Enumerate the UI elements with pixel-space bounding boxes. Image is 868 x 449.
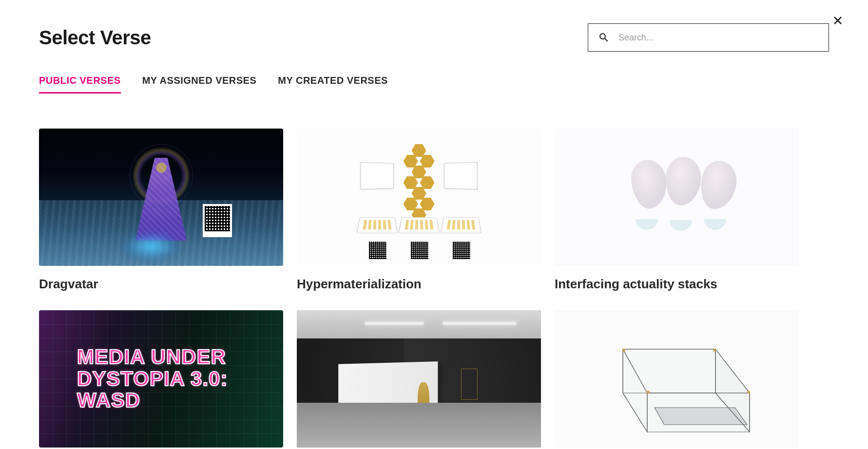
verse-card-gallery-room[interactable] xyxy=(297,310,541,448)
verse-thumbnail xyxy=(297,129,541,266)
tab-my-assigned-verses[interactable]: MY ASSIGNED VERSES xyxy=(142,75,257,94)
verse-thumbnail xyxy=(555,310,799,448)
qr-code-icon xyxy=(203,204,232,237)
tab-public-verses[interactable]: PUBLIC VERSES xyxy=(39,75,121,94)
verse-card-interfacing-actuality-stacks[interactable]: Interfacing actuality stacks xyxy=(555,129,799,292)
svg-point-10 xyxy=(747,391,750,393)
header-row: Select Verse xyxy=(39,23,829,52)
verse-title: Interfacing actuality stacks xyxy=(555,277,799,292)
svg-point-9 xyxy=(713,349,716,352)
search-input[interactable] xyxy=(610,33,819,43)
verse-thumbnail xyxy=(39,129,283,266)
verse-title: Hypermaterialization xyxy=(297,277,541,292)
verse-card-glass-box[interactable] xyxy=(555,310,799,448)
svg-marker-7 xyxy=(655,408,747,425)
qr-code-icon xyxy=(453,242,470,259)
verse-card-media-under-dystopia[interactable]: MEDIA UNDER DYSTOPIA 3.0: WASD xyxy=(39,310,283,448)
verse-grid: Dragvatar xyxy=(39,129,829,448)
close-button[interactable] xyxy=(828,11,848,30)
content-container: Select Verse PUBLIC VERSES MY ASSIGNED V… xyxy=(0,0,868,448)
search-field-wrap[interactable] xyxy=(588,23,829,52)
verse-thumbnail-text: MEDIA UNDER DYSTOPIA 3.0: WASD xyxy=(39,346,247,412)
qr-code-icon xyxy=(411,242,428,259)
verse-title: Dragvatar xyxy=(39,277,283,292)
verse-thumbnail: MEDIA UNDER DYSTOPIA 3.0: WASD xyxy=(39,310,283,448)
svg-point-11 xyxy=(647,391,650,393)
page-title: Select Verse xyxy=(39,27,151,49)
close-icon xyxy=(832,15,844,26)
verse-card-dragvatar[interactable]: Dragvatar xyxy=(39,129,283,292)
search-icon xyxy=(598,32,610,43)
tabs: PUBLIC VERSES MY ASSIGNED VERSES MY CREA… xyxy=(39,75,829,94)
qr-code-icon xyxy=(369,242,386,259)
verse-thumbnail xyxy=(555,129,799,266)
verse-thumbnail xyxy=(297,310,541,448)
tab-my-created-verses[interactable]: MY CREATED VERSES xyxy=(278,75,388,94)
svg-point-8 xyxy=(622,349,625,352)
wireframe-box-icon xyxy=(555,310,799,448)
verse-card-hypermaterialization[interactable]: Hypermaterialization xyxy=(297,129,541,292)
